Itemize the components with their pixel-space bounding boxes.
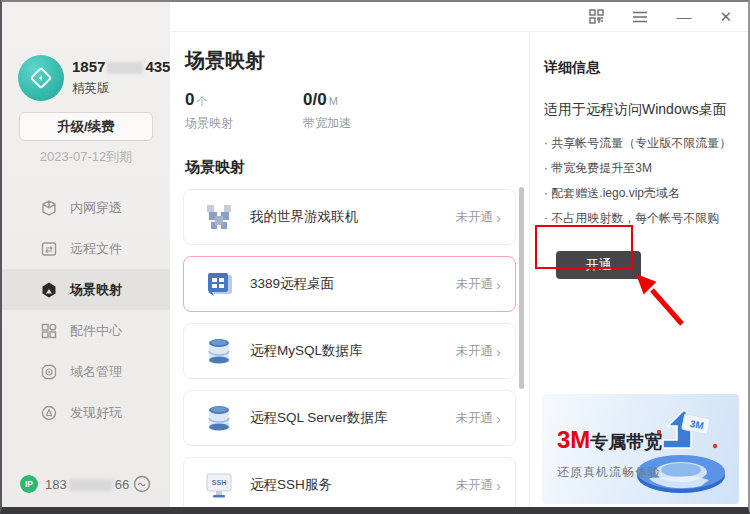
ip-address: 18366: [45, 477, 129, 492]
ip-badge-icon: IP: [20, 475, 38, 493]
list-item-label: 远程SQL Server数据库: [250, 409, 388, 427]
banner-text: 3M专属带宽 还原真机流畅体验: [557, 426, 662, 481]
status-badge: 未开通: [456, 343, 494, 360]
status-badge: 未开通: [456, 477, 494, 494]
section-title: 场景映射: [183, 158, 529, 177]
open-service-button[interactable]: 开通: [556, 251, 641, 279]
ip-suffix: 66: [115, 477, 129, 492]
phone-suffix: 435: [145, 58, 170, 75]
phone-masked: [107, 62, 143, 74]
feature-item: · 共享帐号流量（专业版不限流量）: [544, 131, 736, 156]
user-phone: 1857435: [72, 58, 170, 75]
file-transfer-icon: [40, 240, 58, 258]
network-check-icon[interactable]: [132, 474, 152, 494]
sidebar-item-label: 场景映射: [70, 281, 122, 299]
discover-icon: [40, 404, 58, 422]
domain-icon: [40, 363, 58, 381]
list-item-label: 我的世界游戏联机: [250, 208, 358, 226]
ip-prefix: 183: [45, 477, 67, 492]
sidebar-item-accessories[interactable]: 配件中心: [2, 310, 170, 351]
chevron-right-icon: ›: [496, 276, 501, 293]
sidebar-item-label: 内网穿透: [70, 199, 122, 217]
status-badge: 未开通: [456, 209, 494, 226]
banner-subline: 还原真机流畅体验: [557, 464, 662, 481]
list-item-label: 3389远程桌面: [250, 275, 334, 293]
sidebar-item-discover[interactable]: 发现好玩: [2, 392, 170, 433]
promo-banner[interactable]: 3M 3M专属带宽 还原真机流畅体验: [542, 394, 739, 504]
feature-item: · 带宽免费提升至3M: [544, 156, 736, 181]
sidebar-item-remote-files[interactable]: 远程文件: [2, 228, 170, 269]
database-icon: [204, 403, 234, 433]
expiry-date: 2023-07-12到期: [2, 148, 170, 166]
list-item-label: 远程MySQL数据库: [250, 342, 363, 360]
stat-scene-count: 0个 场景映射: [185, 90, 303, 132]
sidebar: 1857435 精英版 升级/续费 2023-07-12到期 内网穿透 远程文件…: [2, 2, 170, 507]
list-item-ssh[interactable]: SSH 远程SSH服务 未开通›: [183, 457, 516, 507]
phone-prefix: 1857: [72, 58, 105, 75]
titlebar: — ✕: [170, 2, 748, 32]
user-plan-badge: 精英版: [72, 80, 110, 97]
feature-list: · 共享帐号流量（专业版不限流量） · 带宽免费提升至3M · 配套赠送.ieg…: [544, 131, 736, 231]
status-badge: 未开通: [456, 276, 494, 293]
avatar[interactable]: [18, 55, 64, 101]
stat-value: 0: [185, 90, 194, 109]
status-badge: 未开通: [456, 410, 494, 427]
sidebar-item-label: 远程文件: [70, 240, 122, 258]
minimize-icon[interactable]: —: [676, 9, 691, 24]
scrollbar-thumb[interactable]: [519, 187, 524, 389]
database-icon: [204, 336, 234, 366]
stat-label: 带宽加速: [303, 115, 421, 132]
sidebar-item-domains[interactable]: 域名管理: [2, 351, 170, 392]
list-item-label: 远程SSH服务: [250, 476, 332, 494]
sidebar-item-label: 配件中心: [70, 322, 122, 340]
upgrade-renew-button[interactable]: 升级/续费: [19, 112, 153, 141]
sidebar-item-label: 发现好玩: [70, 404, 122, 422]
sidebar-item-label: 域名管理: [70, 363, 122, 381]
main-content: 场景映射 0个 场景映射 0/0M 带宽加速 场景映射 我的世界游戏联机 未开通…: [170, 33, 529, 507]
list-item-rdp-3389[interactable]: 3389远程桌面 未开通›: [183, 256, 516, 312]
stat-label: 场景映射: [185, 115, 303, 132]
stats-row: 0个 场景映射 0/0M 带宽加速: [183, 90, 529, 132]
banner-headline-em: 3M: [557, 426, 590, 453]
widgets-icon: [40, 322, 58, 340]
scene-home-icon: [40, 281, 58, 299]
chevron-right-icon: ›: [496, 343, 501, 360]
chevron-right-icon: ›: [496, 209, 501, 226]
windows-desktop-icon: [204, 269, 234, 299]
sidebar-footer: IP 18366: [2, 469, 170, 499]
cube-icon: [40, 199, 58, 217]
svg-text:SSH: SSH: [212, 479, 226, 486]
stat-unit: 个: [196, 95, 207, 107]
chevron-right-icon: ›: [496, 410, 501, 427]
list-item-minecraft[interactable]: 我的世界游戏联机 未开通›: [183, 189, 516, 245]
sidebar-menu: 内网穿透 远程文件 场景映射 配件中心 域名管理 发现好玩: [2, 187, 170, 433]
qr-scan-icon[interactable]: [589, 9, 604, 24]
stat-value: 0/0: [303, 90, 327, 109]
sidebar-item-scene-mapping[interactable]: 场景映射: [2, 269, 170, 310]
stat-unit: M: [329, 95, 338, 107]
list-item-sqlserver[interactable]: 远程SQL Server数据库 未开通›: [183, 390, 516, 446]
feature-item: · 配套赠送.iego.vip壳域名: [544, 181, 736, 206]
minecraft-icon: [204, 202, 234, 232]
list-item-mysql[interactable]: 远程MySQL数据库 未开通›: [183, 323, 516, 379]
page-title: 场景映射: [183, 47, 529, 74]
app-window: 1857435 精英版 升级/续费 2023-07-12到期 内网穿透 远程文件…: [0, 0, 750, 514]
stat-bandwidth: 0/0M 带宽加速: [303, 90, 421, 132]
scene-list: 我的世界游戏联机 未开通› 3389远程桌面 未开通› 远程MySQL数据库 未…: [183, 189, 516, 507]
close-icon[interactable]: ✕: [719, 9, 732, 24]
feature-item: · 不占用映射数，每个帐号不限购: [544, 206, 736, 231]
detail-subtitle: 适用于远程访问Windows桌面: [544, 101, 736, 119]
banner-headline: 专属带宽: [590, 432, 662, 452]
ssh-monitor-icon: SSH: [204, 470, 234, 500]
ip-masked: [69, 479, 113, 491]
detail-title: 详细信息: [544, 59, 736, 77]
chevron-right-icon: ›: [496, 477, 501, 494]
menu-icon[interactable]: [632, 11, 648, 23]
brand-logo-icon: [29, 66, 53, 90]
sidebar-item-intranet[interactable]: 内网穿透: [2, 187, 170, 228]
